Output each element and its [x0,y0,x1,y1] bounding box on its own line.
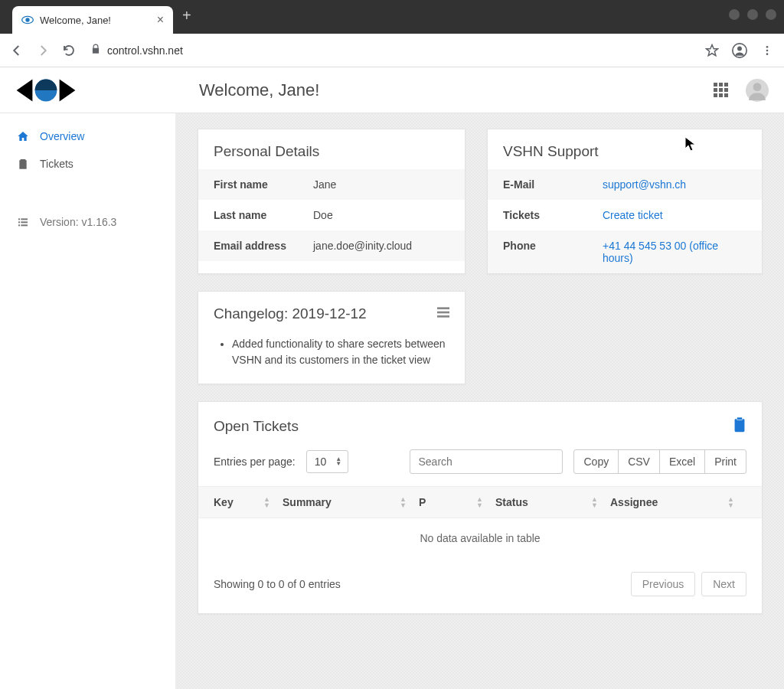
reload-button[interactable] [61,43,77,58]
forward-button[interactable] [35,43,51,58]
svg-rect-10 [21,218,28,220]
card-title: Personal Details [214,143,449,160]
svg-rect-14 [21,224,28,226]
list-icon [17,216,29,228]
home-icon [17,130,29,142]
svg-point-8 [753,83,762,91]
sort-icon: ▲▼ [591,496,598,508]
svg-point-1 [25,18,29,21]
sidebar: Overview Tickets Version: v1.16.3 [0,113,176,689]
new-tab-button[interactable]: + [182,7,191,28]
lock-icon [90,44,101,57]
sidebar-item-overview[interactable]: Overview [0,122,175,150]
clipboard-icon[interactable] [733,417,746,436]
column-priority[interactable]: P▲▼ [419,496,495,508]
support-phone-link[interactable]: +41 44 545 53 00 (office hours) [603,240,718,264]
detail-label: First name [214,178,313,191]
maximize-button[interactable] [747,9,758,20]
card-title: VSHN Support [503,143,746,160]
sidebar-item-tickets[interactable]: Tickets [0,150,175,178]
address-bar[interactable]: control.vshn.net [87,44,694,57]
card-title: Changelog: 2019-12-12 [214,305,367,322]
card-title: Open Tickets [214,418,299,435]
chevron-updown-icon: ▲▼ [335,457,341,466]
avatar[interactable] [746,79,769,102]
detail-row-last-name: Last name Doe [198,200,465,230]
url-text: control.vshn.net [107,44,183,57]
page-title: Welcome, Jane! [199,80,319,100]
detail-label: Email address [214,240,313,252]
svg-rect-19 [737,417,742,420]
svg-rect-11 [18,221,20,223]
star-icon[interactable] [704,43,720,58]
next-button[interactable]: Next [701,572,746,596]
detail-label: Last name [214,209,313,221]
svg-rect-17 [437,315,449,318]
support-row-email: E-Mail support@vshn.ch [488,169,762,200]
sort-icon: ▲▼ [400,496,407,508]
print-button[interactable]: Print [704,449,746,474]
excel-button[interactable]: Excel [659,449,705,474]
svg-point-5 [766,49,769,51]
search-input[interactable] [410,449,563,474]
personal-details-card: Personal Details First name Jane Last na… [198,129,466,274]
csv-button[interactable]: CSV [618,449,660,474]
detail-value: Doe [313,209,449,221]
window-controls [729,9,776,20]
sort-icon: ▲▼ [727,496,734,508]
previous-button[interactable]: Previous [631,572,695,596]
detail-label: Phone [503,240,603,264]
detail-label: Tickets [503,209,603,221]
column-key[interactable]: Key▲▼ [214,496,283,508]
column-status[interactable]: Status▲▼ [495,496,610,508]
detail-value: Jane [313,178,449,191]
clipboard-icon [17,158,29,170]
minimize-button[interactable] [729,9,740,20]
tab-title: Welcome, Jane! [40,15,111,26]
copy-button[interactable]: Copy [573,449,619,474]
list-view-icon[interactable] [437,307,449,321]
main-content: Personal Details First name Jane Last na… [176,113,784,689]
table-header: Key▲▼ Summary▲▼ P▲▼ Status▲▼ Assignee▲▼ [198,486,762,518]
sidebar-item-version: Version: v1.16.3 [0,208,175,236]
entries-per-page-label: Entries per page: [214,456,296,468]
profile-icon[interactable] [732,43,747,58]
close-icon[interactable]: × [157,13,164,27]
create-ticket-link[interactable]: Create ticket [603,209,663,221]
menu-icon[interactable] [760,43,775,58]
version-label: Version: v1.16.3 [40,216,116,228]
column-summary[interactable]: Summary▲▼ [283,496,419,508]
browser-toolbar: control.vshn.net [0,34,784,67]
close-window-button[interactable] [766,9,776,20]
detail-row-first-name: First name Jane [198,169,465,200]
sort-icon: ▲▼ [476,496,483,508]
back-button[interactable] [9,43,24,58]
showing-entries: Showing 0 to 0 of 0 entries [214,578,341,590]
column-assignee[interactable]: Assignee▲▼ [610,496,746,508]
support-row-tickets: Tickets Create ticket [488,200,762,230]
svg-rect-12 [21,221,28,223]
browser-tab[interactable]: Welcome, Jane! × [12,6,173,34]
open-tickets-card: Open Tickets Entries per page: 10 ▲▼ Cop… [198,401,763,614]
entries-value: 10 [315,456,327,468]
svg-rect-13 [18,224,20,226]
logo[interactable] [15,77,84,104]
support-card: VSHN Support E-Mail support@vshn.ch Tick… [487,129,763,274]
svg-point-6 [766,53,769,55]
detail-label: E-Mail [503,178,603,191]
svg-rect-15 [437,307,449,309]
support-email-link[interactable]: support@vshn.ch [603,178,686,191]
svg-rect-16 [437,312,449,314]
detail-value: jane.doe@inity.cloud [313,240,449,252]
support-row-phone: Phone +41 44 545 53 00 (office hours) [488,230,762,273]
eye-icon [21,14,34,26]
entries-per-page-select[interactable]: 10 ▲▼ [306,450,349,473]
changelog-card: Changelog: 2019-12-12 Added functionalit… [198,291,466,384]
apps-icon[interactable] [714,83,729,98]
svg-rect-9 [18,218,20,220]
svg-point-3 [737,46,742,51]
app-header: Welcome, Jane! [0,67,784,113]
changelog-item: Added functionality to share secrets bet… [232,336,449,368]
sort-icon: ▲▼ [263,496,270,508]
svg-point-4 [766,46,769,48]
